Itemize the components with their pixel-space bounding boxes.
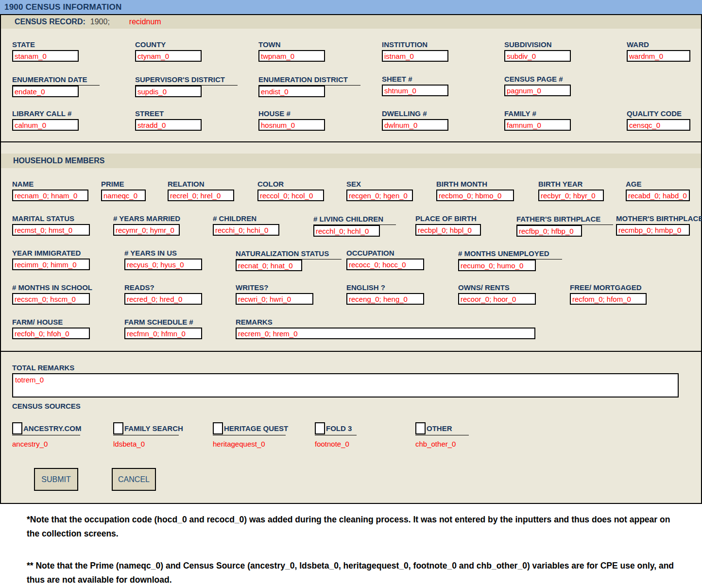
family-number-input[interactable]: famnum_0 (504, 119, 571, 131)
farm-schedule-number-input[interactable]: recfmn_0; hfmn_0 (124, 328, 202, 339)
house-number-input[interactable]: hosnum_0 (258, 119, 325, 131)
relation-input[interactable]: recrel_0; hrel_0 (168, 190, 234, 201)
supervisors-district-input[interactable]: supdis_0 (135, 86, 202, 97)
farm-schedule-number-value: recfmn_0; hfmn_0 (125, 329, 186, 338)
total-remarks-label: TOTAL REMARKS (12, 364, 74, 373)
census-page-number-value: pagnum_0 (505, 86, 541, 95)
house-number-value: hosnum_0 (259, 121, 295, 129)
free-mortgaged-value: recfom_0; hfom_0 (571, 295, 631, 303)
enumeration-district-input[interactable]: endist_0 (258, 86, 325, 97)
owns-rents-value: recoor_0; hoor_0 (459, 295, 516, 303)
prime-label: PRIME (101, 180, 146, 190)
quality-code-value: censqc_0 (628, 121, 660, 129)
census-page-number-input[interactable]: pagnum_0 (504, 85, 571, 96)
writes-input[interactable]: recwri_0; hwri_0 (236, 293, 313, 305)
field-fathers-birthplace: FATHER'S BIRTHPLACE recfbp_0; hfbp_0 (516, 215, 613, 237)
other-checkbox[interactable] (415, 422, 426, 434)
field-subdivision: SUBDIVISION subdiv_0 (504, 41, 571, 62)
field-mothers-birthplace: MOTHER'S BIRTHPLACE recmbp_0; hmbp_0 (616, 215, 702, 236)
years-married-input[interactable]: recymr_0; hymr_0 (113, 224, 180, 236)
mothers-birthplace-input[interactable]: recmbp_0; hmbp_0 (616, 224, 690, 236)
fathers-birthplace-value: recfbp_0; hfbp_0 (517, 227, 574, 235)
household-members-title: HOUSEHOLD MEMBERS (13, 156, 104, 165)
remarks-input[interactable]: recrem_0; hrem_0 (236, 328, 535, 339)
fathers-birthplace-label: FATHER'S BIRTHPLACE (516, 215, 613, 225)
mothers-birthplace-label: MOTHER'S BIRTHPLACE (616, 215, 702, 224)
census-sources-heading: CENSUS SOURCES (12, 402, 81, 412)
field-relation: RELATION recrel_0; hrel_0 (168, 180, 234, 201)
ward-input[interactable]: wardnm_0 (627, 50, 690, 62)
dwelling-number-label: DWELLING # (382, 110, 448, 119)
occupation-value: recocc_0; hocc_0 (347, 260, 406, 269)
owns-rents-input[interactable]: recoor_0; hoor_0 (458, 293, 536, 305)
num-children-input[interactable]: recchi_0; hchi_0 (213, 224, 279, 236)
quality-code-input[interactable]: censqc_0 (627, 119, 690, 131)
county-input[interactable]: ctynam_0 (135, 50, 202, 62)
total-remarks-value: totrem_0 (15, 376, 44, 384)
family-search-checkbox[interactable] (113, 422, 123, 434)
year-immigrated-input[interactable]: recimm_0; himm_0 (12, 259, 90, 270)
sex-value: recgen_0; hgen_0 (347, 191, 408, 200)
field-enumeration-date: ENUMERATION DATE endate_0 (12, 75, 100, 97)
total-remarks-input[interactable]: totrem_0 (12, 373, 679, 398)
field-farm-schedule-number: FARM SCHEDULE # recfmn_0; hfmn_0 (124, 318, 202, 339)
birth-month-value: recbmo_0; hbmo_0 (437, 191, 501, 200)
name-input[interactable]: recnam_0; hnam_0 (12, 190, 88, 201)
age-input[interactable]: recabd_0; habd_0 (626, 190, 690, 201)
institution-input[interactable]: istnam_0 (382, 50, 448, 62)
section-divider (0, 351, 702, 352)
cancel-button[interactable]: CANCEL (112, 468, 156, 491)
census-page-number-label: CENSUS PAGE # (504, 75, 571, 85)
ward-value: wardnm_0 (628, 52, 663, 60)
farm-house-input[interactable]: recfoh_0; hfoh_0 (12, 328, 90, 339)
dwelling-number-input[interactable]: dwlnum_0 (382, 119, 448, 131)
birth-year-input[interactable]: recbyr_0; hbyr_0 (538, 190, 604, 201)
color-input[interactable]: reccol_0; hcol_0 (257, 190, 324, 201)
enumeration-date-input[interactable]: endate_0 (12, 86, 79, 97)
months-in-school-input[interactable]: recscm_0; hscm_0 (12, 293, 90, 305)
color-label: COLOR (257, 180, 324, 190)
other-value: chb_other_0 (415, 440, 469, 448)
family-search-label: FAMILY SEARCH (123, 424, 183, 432)
source-family-search-row: FAMILY SEARCH (113, 422, 179, 435)
library-call-number-input[interactable]: calnum_0 (12, 119, 79, 131)
street-label: STREET (135, 110, 202, 119)
english-input[interactable]: receng_0; heng_0 (346, 293, 424, 305)
name-value: recnam_0; hnam_0 (13, 191, 77, 200)
occupation-input[interactable]: recocc_0; hocc_0 (346, 259, 424, 270)
field-house-number: HOUSE # hosnum_0 (258, 110, 325, 131)
street-input[interactable]: stradd_0 (135, 119, 202, 131)
sheet-number-input[interactable]: shtnum_0 (382, 85, 448, 96)
enumeration-district-label: ENUMERATION DISTRICT (258, 76, 360, 86)
state-input[interactable]: stanam_0 (12, 50, 79, 62)
relation-value: recrel_0; hrel_0 (169, 191, 221, 200)
sex-input[interactable]: recgen_0; hgen_0 (346, 190, 413, 201)
subdivision-input[interactable]: subdiv_0 (504, 50, 571, 62)
submit-button[interactable]: SUBMIT (34, 468, 78, 491)
field-naturalization-status: NATURALIZATION STATUS recnat_0; hnat_0 (236, 249, 342, 271)
months-unemployed-input[interactable]: recumo_0; humo_0 (458, 259, 536, 271)
field-free-mortgaged: FREE/ MORTGAGED recfom_0; hfom_0 (570, 284, 647, 305)
census-record-bar: CENSUS RECORD: 1900; recidnum (1, 15, 701, 29)
field-years-in-us: # YEARS IN US recyus_0; hyus_0 (124, 249, 202, 270)
months-in-school-label: # MONTHS IN SCHOOL (12, 284, 92, 293)
reads-value: recred_0; hred_0 (125, 295, 182, 303)
field-remarks: REMARKS recrem_0; hrem_0 (236, 318, 535, 339)
town-input[interactable]: twpnam_0 (258, 50, 325, 62)
birth-month-input[interactable]: recbmo_0; hbmo_0 (436, 190, 514, 201)
writes-label: WRITES? (236, 284, 313, 293)
num-living-children-input[interactable]: recchl_0; hchl_0 (313, 225, 380, 237)
reads-input[interactable]: recred_0; hred_0 (124, 293, 202, 305)
fathers-birthplace-input[interactable]: recfbp_0; hfbp_0 (516, 225, 582, 237)
free-mortgaged-input[interactable]: recfom_0; hfom_0 (570, 293, 647, 305)
ancestry-checkbox[interactable] (12, 422, 22, 434)
heritage-quest-checkbox[interactable] (213, 422, 223, 434)
naturalization-status-input[interactable]: recnat_0; hnat_0 (236, 259, 302, 271)
years-in-us-input[interactable]: recyus_0; hyus_0 (124, 259, 202, 270)
marital-status-input[interactable]: recmst_0; hmst_0 (12, 224, 90, 236)
prime-input[interactable]: nameqc_0 (101, 190, 146, 201)
place-of-birth-input[interactable]: recbpl_0; hbpl_0 (415, 224, 481, 236)
ancestry-value: ancestry_0 (12, 440, 80, 448)
household-members-header: HOUSEHOLD MEMBERS (1, 154, 701, 168)
fold3-checkbox[interactable] (315, 422, 325, 434)
